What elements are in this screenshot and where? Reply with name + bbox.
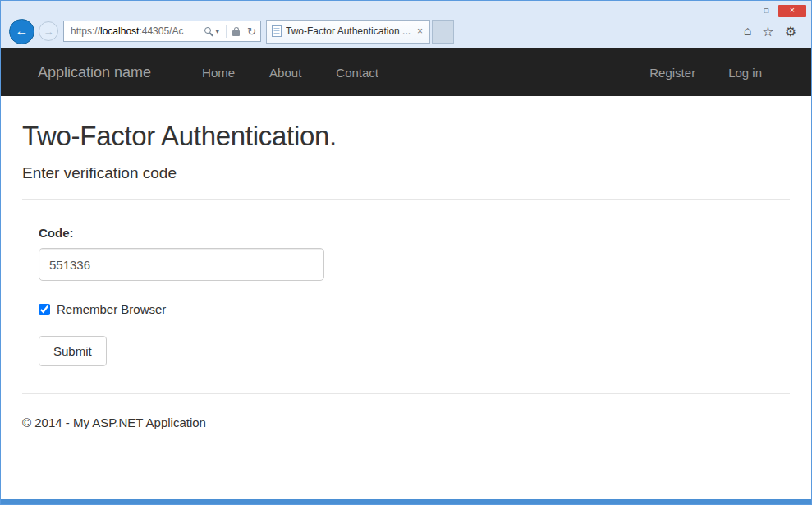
page-title: Two-Factor Authentication.	[22, 121, 790, 152]
close-button[interactable]: ×	[778, 5, 806, 17]
lock-icon	[232, 30, 240, 36]
nav-link-login[interactable]: Log in	[728, 66, 762, 80]
title-bar: − □ ×	[1, 1, 811, 18]
remember-browser-row: Remember Browser	[39, 302, 790, 316]
maximize-button[interactable]: □	[755, 5, 778, 17]
browser-tab[interactable]: Two-Factor Authentication ... ×	[266, 20, 430, 44]
refresh-icon[interactable]: ↻	[247, 25, 256, 38]
remember-browser-checkbox[interactable]	[39, 304, 50, 315]
submit-button[interactable]: Submit	[39, 336, 107, 366]
dropdown-caret-icon[interactable]: ▼	[214, 29, 220, 34]
page-footer: © 2014 - My ASP.NET Application	[22, 415, 790, 429]
home-icon[interactable]: ⌂	[744, 24, 752, 39]
back-button[interactable]: ←	[9, 19, 34, 44]
navigation-row: ← → https://localhost:44305/Ac ▼ ↻	[1, 18, 811, 48]
remember-browser-label: Remember Browser	[57, 302, 166, 316]
forward-button[interactable]: →	[39, 21, 58, 41]
address-bar-divider	[226, 25, 227, 38]
main-content: Two-Factor Authentication. Enter verific…	[1, 96, 811, 499]
new-tab-button[interactable]	[432, 20, 454, 44]
nav-link-home[interactable]: Home	[202, 66, 235, 80]
settings-gear-icon[interactable]: ⚙	[785, 24, 796, 39]
code-input[interactable]	[39, 248, 324, 281]
app-navbar: Application name Home About Contact Regi…	[1, 48, 811, 96]
navbar-brand[interactable]: Application name	[38, 64, 151, 81]
favorites-star-icon[interactable]: ☆	[762, 24, 773, 39]
page-subtitle: Enter verification code	[22, 164, 790, 182]
tab-title: Two-Factor Authentication ...	[286, 25, 411, 37]
nav-link-contact[interactable]: Contact	[336, 66, 378, 80]
back-arrow-icon: ←	[16, 24, 29, 39]
browser-window: − □ × ← → https://localhost:44305/Ac ▼ ↻	[0, 0, 812, 505]
browser-chrome: − □ × ← → https://localhost:44305/Ac ▼ ↻	[1, 1, 811, 48]
navbar-right-links: Register Log in	[649, 66, 762, 80]
nav-link-register[interactable]: Register	[649, 66, 695, 80]
tab-close-icon[interactable]: ×	[415, 25, 424, 37]
page-favicon-icon	[272, 25, 282, 37]
navbar-links: Home About Contact	[202, 66, 378, 80]
browser-toolbar: ⌂ ☆ ⚙	[744, 24, 803, 39]
tfa-form: Code: Remember Browser Submit	[39, 226, 790, 366]
nav-link-about[interactable]: About	[269, 66, 301, 80]
minimize-button[interactable]: −	[732, 5, 755, 17]
search-icon[interactable]	[204, 27, 211, 34]
divider-bottom	[22, 393, 790, 394]
window-bottom-border	[1, 499, 811, 504]
address-bar[interactable]: https://localhost:44305/Ac ▼ ↻	[63, 21, 261, 42]
forward-arrow-icon: →	[44, 25, 54, 38]
divider-top	[22, 199, 790, 200]
url-text: https://localhost:44305/Ac	[71, 25, 203, 37]
code-label: Code:	[39, 226, 790, 240]
